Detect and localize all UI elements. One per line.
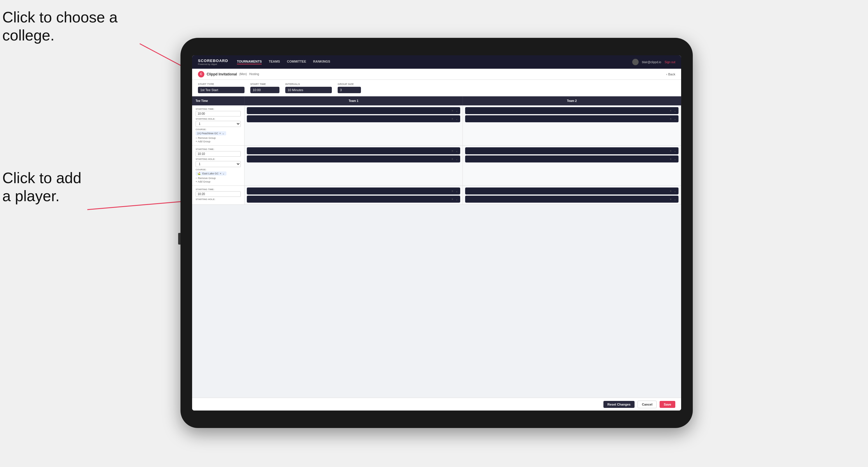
group-size-group: Group Size 3	[338, 83, 361, 93]
starting-time-input-2[interactable]	[196, 151, 241, 157]
starting-hole-select-2[interactable]: 1	[196, 161, 241, 167]
intervals-select[interactable]: 10 Minutes	[285, 87, 332, 93]
player-remove-btn[interactable]: ×	[669, 198, 672, 201]
player-expand-btn[interactable]: ⌄	[673, 157, 677, 161]
player-remove-btn[interactable]: ×	[451, 198, 454, 201]
side-button[interactable]	[178, 233, 181, 245]
player-remove-btn[interactable]: ×	[451, 109, 454, 113]
player-slot[interactable]: × ⌄	[465, 187, 679, 194]
back-button[interactable]: ‹ Back	[666, 72, 675, 76]
annotation-add-player: Click to add a player.	[2, 169, 82, 205]
group-2-left: STARTING TIME: STARTING HOLE: 1 COURSE: …	[192, 146, 245, 185]
nav-tournaments[interactable]: TOURNAMENTS	[237, 60, 262, 64]
player-expand-btn[interactable]: ⌄	[455, 109, 459, 113]
navbar: SCOREBOARD Powered by clippd TOURNAMENTS…	[192, 55, 681, 69]
group-size-select[interactable]: 3	[338, 87, 361, 93]
start-type-select[interactable]: 1st Tee Start	[198, 87, 245, 93]
starting-time-input-3[interactable]	[196, 191, 241, 197]
header-team1: Team 1	[245, 96, 463, 105]
player-expand-btn[interactable]: ⌄	[455, 117, 459, 121]
start-time-label: Start Time	[250, 83, 279, 86]
starting-time-input-1[interactable]	[196, 111, 241, 117]
player-slot[interactable]: × ⌄	[465, 107, 679, 114]
player-expand-btn[interactable]: ⌄	[455, 149, 459, 153]
player-expand-btn[interactable]: ⌄	[455, 190, 459, 193]
start-time-input[interactable]	[250, 87, 279, 93]
player-remove-btn[interactable]: ×	[669, 190, 672, 193]
player-remove-btn[interactable]: ×	[451, 149, 454, 153]
player-remove-btn[interactable]: ×	[669, 117, 672, 121]
player-expand-btn[interactable]: ⌄	[673, 149, 677, 153]
starting-time-label-2: STARTING TIME:	[196, 148, 241, 151]
intervals-group: Intervals 10 Minutes	[285, 83, 332, 93]
annotation-choose-college: Click to choose a college.	[2, 8, 118, 44]
save-button[interactable]: Save	[659, 401, 675, 408]
player-remove-btn[interactable]: ×	[451, 190, 454, 193]
player-expand-btn[interactable]: ⌄	[455, 198, 459, 201]
player-expand-btn[interactable]: ⌄	[673, 117, 677, 121]
course-label-2: COURSE:	[196, 168, 241, 171]
nav-committee[interactable]: COMMITTEE	[287, 60, 306, 64]
header-team2: Team 2	[463, 96, 681, 105]
main-content: Start Type 1st Tee Start Start Time Inte…	[192, 80, 681, 410]
player-slot[interactable]: × ⌄	[247, 196, 460, 203]
nav-right: blair@clippd.io Sign out	[632, 59, 675, 65]
group-size-label: Group Size	[338, 83, 361, 86]
tablet-frame: SCOREBOARD Powered by clippd TOURNAMENTS…	[181, 38, 693, 428]
action-links-1: ○ Remove Group + Add Group	[196, 136, 241, 143]
group-row: STARTING TIME: STARTING HOLE: 1 COURSE: …	[192, 105, 681, 146]
player-slot[interactable]: × ⌄	[247, 115, 460, 122]
controls-row: Start Type 1st Tee Start Start Time Inte…	[192, 80, 681, 96]
start-type-group: Start Type 1st Tee Start	[198, 83, 245, 93]
nav-teams[interactable]: TEAMS	[269, 60, 280, 64]
course-tag-2[interactable]: ⛳ East Lake GC × ⌄	[196, 172, 226, 176]
player-slot[interactable]: × ⌄	[247, 187, 460, 194]
table-header: Tee Time Team 1 Team 2	[192, 96, 681, 105]
player-remove-btn[interactable]: ×	[669, 149, 672, 153]
action-links-2: ○ Remove Group + Add Group	[196, 177, 241, 183]
add-group-2[interactable]: + Add Group	[196, 180, 241, 183]
player-slot[interactable]: × ⌄	[247, 155, 460, 162]
course-tag-1[interactable]: (A) Peachtree GC × ⌄	[196, 131, 226, 135]
starting-hole-label-1: STARTING HOLE:	[196, 118, 241, 120]
player-slot[interactable]: × ⌄	[247, 147, 460, 154]
player-remove-btn[interactable]: ×	[451, 157, 454, 161]
group-2-team2: × ⌄ × ⌄	[463, 146, 681, 185]
header-tee-time: Tee Time	[192, 96, 245, 105]
player-slot[interactable]: × ⌄	[465, 155, 679, 162]
group-1-team1: × ⌄ × ⌄	[245, 105, 463, 145]
reset-button[interactable]: Reset Changes	[603, 401, 634, 408]
add-group-1[interactable]: + Add Group	[196, 140, 241, 143]
schedule-table: STARTING TIME: STARTING HOLE: 1 COURSE: …	[192, 105, 681, 398]
starting-hole-label-2: STARTING HOLE:	[196, 158, 241, 160]
player-remove-btn[interactable]: ×	[669, 109, 672, 113]
starting-hole-label-3: STARTING HOLE:	[196, 198, 241, 200]
remove-group-2[interactable]: ○ Remove Group	[196, 177, 241, 180]
cancel-button[interactable]: Cancel	[638, 401, 657, 408]
nav-rankings[interactable]: RANKINGS	[313, 60, 330, 64]
player-expand-btn[interactable]: ⌄	[455, 157, 459, 161]
intervals-label: Intervals	[285, 83, 332, 86]
player-remove-btn[interactable]: ×	[669, 157, 672, 161]
player-expand-btn[interactable]: ⌄	[673, 190, 677, 193]
player-slot[interactable]: × ⌄	[465, 147, 679, 154]
sign-out-link[interactable]: Sign out	[664, 61, 675, 64]
player-expand-btn[interactable]: ⌄	[673, 109, 677, 113]
player-remove-btn[interactable]: ×	[451, 117, 454, 121]
player-slot[interactable]: × ⌄	[247, 107, 460, 114]
remove-group-1[interactable]: ○ Remove Group	[196, 136, 241, 139]
action-bar: Reset Changes Cancel Save	[192, 398, 681, 410]
player-expand-btn[interactable]: ⌄	[673, 198, 677, 201]
brand-sub: Powered by clippd	[198, 63, 228, 65]
event-gender: (Men)	[239, 72, 247, 76]
event-title: Clippd Invitational	[207, 72, 237, 76]
player-slot[interactable]: × ⌄	[465, 115, 679, 122]
group-3-team1: × ⌄ × ⌄	[245, 186, 463, 205]
player-slot[interactable]: × ⌄	[465, 196, 679, 203]
user-email: blair@clippd.io	[642, 61, 661, 64]
tablet-screen: SCOREBOARD Powered by clippd TOURNAMENTS…	[192, 55, 681, 410]
group-3-left: STARTING TIME: STARTING HOLE:	[192, 186, 245, 205]
sub-header: C Clippd Invitational (Men) Hosting ‹ Ba…	[192, 69, 681, 80]
starting-hole-select-1[interactable]: 1	[196, 121, 241, 127]
course-label-1: COURSE:	[196, 128, 241, 131]
